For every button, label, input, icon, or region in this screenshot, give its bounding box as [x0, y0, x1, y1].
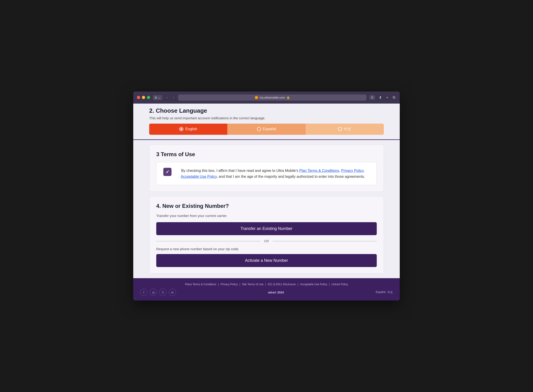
terms-comma-2: ,	[363, 169, 364, 173]
favicon-icon: 🟠	[255, 96, 258, 99]
social-icons: f ◎ 𝕏 in	[140, 289, 176, 296]
footer-sep-5: |	[329, 283, 330, 286]
back-button[interactable]: ‹	[165, 95, 169, 100]
footer-bottom: f ◎ 𝕏 in ultra© 2024 Español 中文	[140, 289, 393, 296]
checkmark-icon: ✓	[165, 169, 170, 175]
or-line-right	[273, 241, 377, 241]
browser-chrome: ⊞ ⌄ ‹ › 🟠 my.ultramobile.com 🔒 ⊟ ⬆ ＋ ⧉	[133, 92, 400, 104]
footer-link-unlock[interactable]: Unlock Policy	[332, 283, 348, 286]
terms-text: By checking this box, I affirm that I ha…	[176, 168, 370, 179]
radio-espanol	[257, 127, 261, 131]
footer-link-aup[interactable]: Acceptable Use Policy	[300, 283, 327, 286]
traffic-lights	[137, 96, 150, 99]
url-text: my.ultramobile.com	[260, 96, 285, 99]
logo-text: ultra© 2024	[268, 291, 284, 294]
new-tab-button[interactable]: ＋	[384, 94, 390, 101]
footer-espanol[interactable]: Español	[376, 290, 386, 294]
fullscreen-button[interactable]	[147, 96, 150, 99]
footer-link-911[interactable]: 911 & E911 Disclosure	[268, 283, 296, 286]
forward-button[interactable]: ›	[171, 95, 175, 100]
terms-comma-1: ,	[339, 169, 341, 173]
share-button[interactable]: ⬆	[378, 94, 383, 101]
browser-actions: ⬆ ＋ ⧉	[378, 94, 396, 101]
terms-link-aup[interactable]: Acceptable Use Policy	[181, 175, 217, 178]
footer-link-plans-terms[interactable]: Plans Terms & Conditions	[185, 283, 216, 286]
transfer-number-button[interactable]: Transfer an Existing Number	[156, 222, 377, 235]
section-2-language: 2. Choose Language This will help us sen…	[149, 104, 384, 139]
section-4-subtitle: Transfer your number from your current c…	[156, 214, 377, 218]
linkedin-icon[interactable]: in	[169, 289, 176, 296]
request-text: Request a new phone number based on your…	[156, 247, 377, 251]
or-line-left	[156, 241, 261, 241]
sidebar-toggle-button[interactable]: ⊞ ⌄	[153, 95, 162, 100]
browser-window: ⊞ ⌄ ‹ › 🟠 my.ultramobile.com 🔒 ⊟ ⬆ ＋ ⧉ 2…	[133, 92, 400, 300]
activate-number-button[interactable]: Activate a New Number	[156, 254, 377, 267]
footer-link-site-terms[interactable]: Site Terms of Use	[242, 283, 263, 286]
section-2-subtitle: This will help us send important account…	[149, 116, 384, 120]
section-2-title: 2. Choose Language	[149, 107, 384, 114]
footer-sep-2: |	[239, 283, 240, 286]
language-label-chinese: 中文	[344, 127, 351, 132]
tabs-button[interactable]: ⧉	[392, 94, 396, 101]
section-3-terms: 3 Terms of Use ✓ By checking this box, I…	[149, 145, 384, 192]
language-selector: English Español 中文	[149, 124, 384, 135]
footer-links: Plans Terms & Conditions | Privacy Polic…	[140, 283, 393, 286]
footer-sep-4: |	[297, 283, 298, 286]
section-3-title: 3 Terms of Use	[156, 151, 377, 158]
language-option-espanol[interactable]: Español	[227, 124, 306, 135]
footer-link-privacy[interactable]: Privacy Policy	[221, 283, 238, 286]
radio-english	[179, 127, 183, 131]
terms-link-plan[interactable]: Plan Terms & Conditions	[299, 169, 339, 173]
terms-text-before: By checking this box, I affirm that I ha…	[181, 169, 299, 173]
minimize-button[interactable]	[142, 96, 145, 99]
language-option-english[interactable]: English	[149, 124, 227, 135]
address-bar[interactable]: 🟠 my.ultramobile.com 🔒	[178, 94, 367, 101]
facebook-icon[interactable]: f	[140, 289, 147, 296]
section-4-title: 4. New or Existing Number?	[156, 203, 377, 209]
footer-sep-1: |	[218, 283, 219, 286]
terms-box: ✓ By checking this box, I affirm that I …	[156, 162, 377, 185]
ultra-logo: ultra© 2024	[268, 291, 284, 294]
instagram-icon[interactable]: ◎	[150, 289, 157, 296]
page-footer: Plans Terms & Conditions | Privacy Polic…	[133, 278, 400, 300]
or-label: OR	[264, 239, 269, 243]
page-content: 2. Choose Language This will help us sen…	[133, 104, 400, 278]
footer-language-options: Español 中文	[376, 290, 393, 294]
reader-mode-button[interactable]: ⊟	[369, 95, 375, 100]
twitter-icon[interactable]: 𝕏	[159, 289, 166, 296]
section-4-number: 4. New or Existing Number? Transfer your…	[149, 196, 384, 274]
radio-dot-english	[180, 128, 182, 130]
footer-chinese[interactable]: 中文	[387, 290, 393, 294]
terms-text-after: , and that I am the age of the majority …	[217, 175, 365, 178]
close-button[interactable]	[137, 96, 140, 99]
language-option-chinese[interactable]: 中文	[306, 124, 384, 135]
radio-chinese	[338, 127, 342, 131]
language-label-english: English	[185, 127, 197, 131]
section-divider-2-3	[133, 139, 400, 140]
terms-link-privacy[interactable]: Privacy Policy	[341, 169, 363, 173]
footer-sep-3: |	[265, 283, 266, 286]
language-label-espanol: Español	[263, 127, 276, 131]
or-divider: OR	[156, 239, 377, 243]
terms-checkbox[interactable]: ✓	[163, 168, 171, 176]
lock-icon: 🔒	[286, 96, 290, 99]
